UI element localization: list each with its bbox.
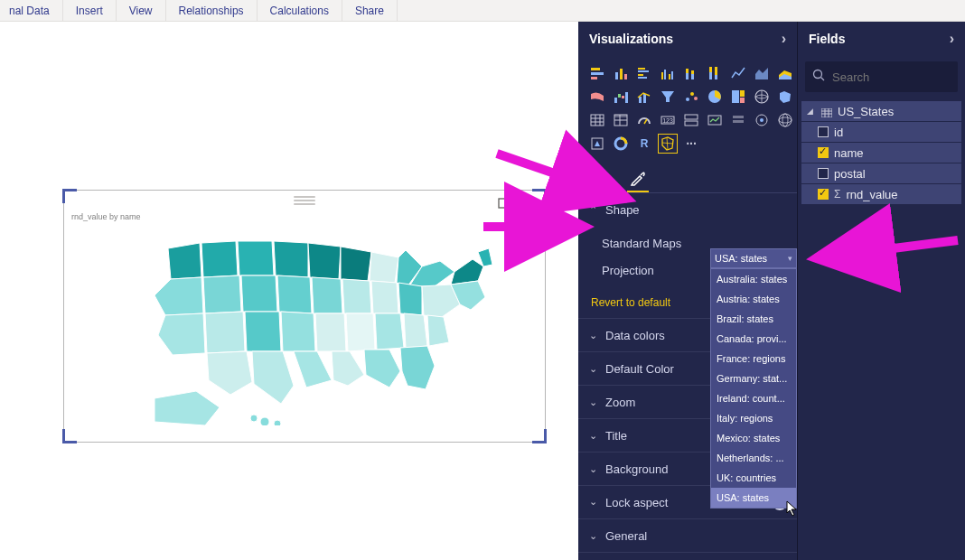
chevron-icon: ⌄ [589, 397, 598, 408]
viz-globe-icon[interactable] [775, 110, 795, 130]
drag-grip[interactable] [294, 196, 315, 205]
viz-map-icon[interactable] [752, 87, 772, 107]
viz-treemap-icon[interactable] [728, 87, 748, 107]
viz-column-icon[interactable] [611, 63, 631, 83]
svg-rect-57 [733, 120, 744, 123]
svg-text:123: 123 [662, 117, 673, 124]
ribbon-tab-data[interactable]: nal Data [4, 0, 63, 21]
svg-rect-27 [614, 98, 617, 103]
svg-rect-16 [664, 70, 666, 79]
ribbon-tab-view[interactable]: View [117, 0, 166, 21]
fields-tree: ◢ US_States id name postal Σrnd_value [798, 101, 965, 204]
field-item[interactable]: name [801, 143, 961, 163]
dropdown-option[interactable]: France: regions [711, 349, 796, 369]
checkbox[interactable] [818, 126, 829, 137]
report-canvas[interactable]: ··· rnd_value by name [0, 22, 578, 560]
fields-header[interactable]: Fields › [798, 22, 965, 56]
viz-matrix-icon[interactable] [611, 110, 631, 130]
viz-funnel-icon[interactable] [658, 87, 678, 107]
annotation-arrow [488, 145, 642, 220]
dropdown-option[interactable]: Canada: provi... [711, 329, 796, 349]
checkbox[interactable] [818, 168, 829, 179]
viz-clustered-column-icon[interactable] [658, 63, 678, 83]
viz-stacked-bar-icon[interactable] [587, 63, 607, 83]
field-item[interactable]: Σrnd_value [801, 184, 961, 204]
viz-ribbon-icon[interactable] [587, 87, 607, 107]
viz-scatter-icon[interactable] [681, 87, 701, 107]
chevron-right-icon[interactable]: › [950, 31, 954, 47]
dropdown-option[interactable]: Germany: stat... [711, 369, 796, 388]
viz-area-icon[interactable] [752, 63, 772, 83]
dropdown-option[interactable]: Italy: regions [711, 408, 796, 428]
svg-line-78 [815, 240, 958, 258]
svg-point-3 [260, 417, 269, 425]
search-input[interactable] [832, 70, 951, 84]
chevron-right-icon[interactable]: › [782, 31, 786, 47]
annotation-arrow [804, 231, 965, 271]
checkbox[interactable] [818, 147, 829, 158]
dropdown-option[interactable]: Brazil: states [711, 309, 796, 329]
viz-multicard-icon[interactable] [681, 110, 701, 130]
viz-line-icon[interactable] [728, 63, 748, 83]
svg-rect-13 [638, 74, 643, 76]
svg-point-62 [782, 114, 788, 126]
dropdown-option[interactable]: Mexico: states [711, 428, 796, 448]
svg-rect-5 [591, 68, 600, 70]
svg-rect-53 [685, 115, 698, 119]
svg-rect-38 [740, 90, 745, 97]
dropdown-option[interactable]: Netherlands: ... [711, 448, 796, 468]
field-name: postal [834, 167, 866, 181]
viz-more-icon[interactable]: ··· [681, 134, 701, 154]
ribbon-tab-calculations[interactable]: Calculations [258, 0, 342, 21]
viz-gauge-icon[interactable] [634, 110, 654, 130]
dropdown-option[interactable]: UK: countries [711, 468, 796, 488]
dropdown-option[interactable]: Australia: states [711, 269, 796, 289]
ribbon-tab-share[interactable]: Share [342, 0, 398, 21]
svg-rect-22 [691, 70, 694, 74]
checkbox[interactable] [818, 189, 829, 200]
dropdown-option[interactable]: USA: states [711, 488, 796, 508]
format-general[interactable]: ⌄General [578, 519, 797, 552]
viz-kpi-icon[interactable] [705, 110, 725, 130]
svg-rect-39 [740, 98, 745, 103]
svg-line-76 [497, 154, 628, 199]
viz-100stacked-icon[interactable] [705, 63, 725, 83]
viz-pie-icon[interactable] [705, 87, 725, 107]
caret-down-icon: ▾ [788, 254, 792, 263]
dropdown-option[interactable]: Ireland: count... [711, 388, 796, 408]
field-item[interactable]: id [801, 122, 961, 142]
table-node[interactable]: ◢ US_States [801, 101, 961, 121]
fields-search[interactable] [805, 61, 958, 92]
viz-arcgis-icon[interactable] [752, 110, 772, 130]
svg-rect-37 [732, 90, 739, 103]
sigma-icon: Σ [834, 188, 840, 201]
svg-point-35 [694, 97, 698, 100]
svg-rect-24 [709, 67, 712, 72]
viz-clustered-bar-icon[interactable] [634, 63, 654, 83]
data-colors-label: Data colors [605, 329, 665, 342]
viz-waterfall-icon[interactable] [611, 87, 631, 107]
viz-table-icon[interactable] [587, 110, 607, 130]
ribbon-tab-insert[interactable]: Insert [63, 0, 117, 21]
viz-stacked-area-icon[interactable] [775, 63, 795, 83]
viz-slicer-icon[interactable] [728, 110, 748, 130]
field-item[interactable]: postal [801, 163, 961, 183]
viz-shape-map-icon[interactable] [658, 134, 678, 154]
viz-stacked-column-icon[interactable] [681, 63, 701, 83]
visualizations-header[interactable]: Visualizations › [578, 22, 797, 56]
visual-frame[interactable]: ··· rnd_value by name [63, 190, 546, 443]
viz-card-icon[interactable]: 123 [658, 110, 678, 130]
viz-filled-map-icon[interactable] [775, 87, 795, 107]
dropdown-option[interactable]: Austria: states [711, 289, 796, 309]
svg-text:R: R [641, 137, 649, 150]
dropdown-selected-value: USA: states [715, 253, 767, 264]
viz-combo-icon[interactable] [634, 87, 654, 107]
resize-handle-br[interactable] [532, 429, 547, 443]
ribbon-tab-relationships[interactable]: Relationships [166, 0, 258, 21]
svg-rect-17 [669, 74, 670, 79]
ribbon: nal Data Insert View Relationships Calcu… [0, 0, 965, 22]
resize-handle-bl[interactable] [62, 429, 77, 443]
title-label: Title [605, 429, 627, 443]
resize-handle-tl[interactable] [62, 189, 77, 203]
standard-maps-dropdown[interactable]: USA: states ▾ [710, 248, 797, 268]
